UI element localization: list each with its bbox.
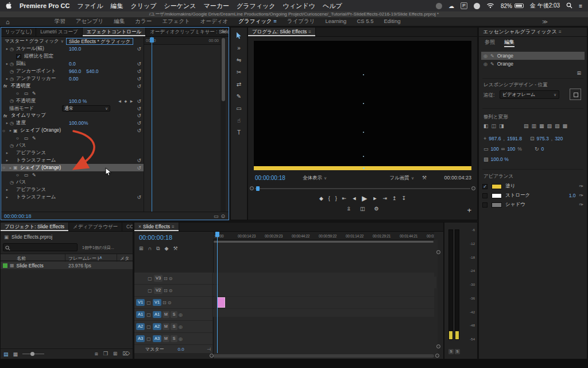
- chevron-icon[interactable]: ▸: [5, 151, 10, 155]
- panel-tab[interactable]: エフェクトコントロール: [83, 28, 146, 36]
- appearance-row[interactable]: ✓塗り✑: [479, 182, 587, 191]
- apple-menu-icon[interactable]: [6, 2, 12, 10]
- pen-mask-icon[interactable]: ✎: [32, 136, 40, 141]
- stroke-width-value[interactable]: 1.0: [569, 193, 576, 198]
- reset-icon[interactable]: ↺: [137, 61, 141, 67]
- track-target[interactable]: A1: [153, 311, 161, 318]
- timeline-hscrollbar[interactable]: [213, 354, 434, 358]
- mark-out-icon[interactable]: }: [335, 195, 337, 201]
- stopwatch-icon[interactable]: ◷: [10, 180, 16, 185]
- source-patch[interactable]: A3: [136, 335, 145, 342]
- eyedropper-icon[interactable]: ✑: [579, 183, 583, 189]
- zoom-handle-left[interactable]: [250, 186, 254, 190]
- comparison-view-icon[interactable]: ◫: [360, 206, 365, 212]
- sync-lock-icon[interactable]: ⊡: [163, 300, 167, 305]
- property-value[interactable]: 960.0: [69, 68, 81, 74]
- extract-icon[interactable]: ↧: [402, 195, 407, 201]
- chevron-icon[interactable]: ▸: [5, 62, 10, 66]
- effect-row[interactable]: ○▭✎: [1, 135, 144, 142]
- scrubber-playhead[interactable]: [256, 186, 260, 191]
- reset-icon[interactable]: ↺: [137, 83, 141, 89]
- stopwatch-icon[interactable]: ◷: [10, 69, 16, 74]
- step-forward-icon[interactable]: ►: [373, 195, 378, 201]
- ellipse-mask-icon[interactable]: ○: [16, 136, 24, 141]
- spotlight-icon[interactable]: [566, 2, 572, 10]
- notification-center-icon[interactable]: ≡: [579, 3, 582, 9]
- eyedropper-icon[interactable]: ✑: [579, 193, 583, 198]
- panel-tab[interactable]: メディアブラウザー: [69, 223, 122, 231]
- workspace-tab[interactable]: エフェクト: [162, 18, 190, 25]
- menubar-item[interactable]: グラフィック: [237, 2, 276, 10]
- graphics-layer-row[interactable]: ◎✎Orange: [481, 60, 585, 68]
- panel-menu-icon[interactable]: ≡: [308, 29, 311, 34]
- eyedropper-icon[interactable]: ✑: [579, 202, 583, 208]
- property-value[interactable]: 100.0 %: [69, 98, 87, 104]
- panel-tab[interactable]: CC ラ: [122, 223, 133, 231]
- panel-menu-icon[interactable]: ≡: [172, 224, 175, 229]
- workspace-menu-icon[interactable]: ≡: [272, 18, 277, 24]
- checkbox[interactable]: ✓: [482, 184, 488, 189]
- record-mic-icon[interactable]: ◎: [179, 336, 183, 342]
- timeline-zoom-bar[interactable]: [214, 241, 434, 243]
- stopwatch-icon[interactable]: ◷: [10, 76, 16, 82]
- reset-icon[interactable]: ↺: [137, 194, 141, 200]
- snap-icon[interactable]: ∩: [148, 246, 152, 252]
- sync-lock-icon[interactable]: ⊡: [164, 288, 168, 293]
- program-scrubber[interactable]: [255, 188, 470, 189]
- menubar-item[interactable]: ウィンドウ: [283, 2, 315, 10]
- selection-tool-icon[interactable]: [231, 30, 247, 42]
- effect-row[interactable]: ▸アピアランス: [1, 186, 144, 194]
- column-meta[interactable]: メタ: [120, 255, 129, 262]
- program-timecode[interactable]: 00:00:00:18: [255, 175, 285, 181]
- master-track-lane[interactable]: [213, 309, 434, 317]
- workspace-tab[interactable]: Editing: [384, 18, 400, 25]
- chevron-icon[interactable]: ▸: [5, 76, 10, 81]
- menubar-item[interactable]: ヘルプ: [323, 2, 342, 10]
- mark-in-icon[interactable]: {: [328, 195, 330, 201]
- effect-row[interactable]: 描画モード通常∨↺: [1, 105, 144, 112]
- project-search-input[interactable]: [3, 243, 78, 251]
- vscroll-handle-bottom[interactable]: [436, 344, 440, 348]
- add-marker-icon[interactable]: ◆: [319, 195, 323, 201]
- stopwatch-icon[interactable]: ◷: [10, 62, 16, 67]
- scale-x[interactable]: 100: [491, 146, 499, 152]
- add-marker-icon[interactable]: ◆: [164, 246, 168, 252]
- ellipse-mask-icon[interactable]: ○: [16, 91, 24, 96]
- workspace-tab[interactable]: Learning: [325, 18, 346, 25]
- go-to-out-icon[interactable]: ⇥: [382, 195, 387, 201]
- video-track-header[interactable]: V1▢V1⊡⊙: [134, 297, 212, 308]
- align-bottom-icon[interactable]: ▦: [539, 123, 544, 129]
- rotation-value[interactable]: 0: [541, 146, 544, 152]
- zoom-level-select[interactable]: 全体表示∨: [303, 175, 327, 182]
- video-track-header[interactable]: ▢V2⊡⊙: [134, 285, 212, 296]
- anchor-y[interactable]: 320: [555, 136, 563, 141]
- reset-icon[interactable]: ↺: [137, 76, 141, 82]
- align-align-center-horizontal-icon[interactable]: ◫: [492, 123, 497, 129]
- workspace-tab[interactable]: グラフィック ≡: [238, 18, 277, 25]
- new-bin-icon[interactable]: ❒: [103, 351, 108, 357]
- link-icon[interactable]: ∞: [501, 146, 505, 152]
- timeline-tab[interactable]: ×Slide Effects≡: [134, 223, 179, 231]
- track-lock-icon[interactable]: ▢: [146, 312, 152, 317]
- align-align-left-icon[interactable]: ◧: [483, 123, 489, 129]
- menubar-item[interactable]: クリップ: [130, 2, 156, 10]
- workspace-tab[interactable]: オーディオ: [200, 18, 228, 25]
- audio-track-lane[interactable]: [213, 297, 434, 308]
- timeline-settings-icon[interactable]: ⚒: [173, 246, 177, 252]
- pen-mask-icon[interactable]: ✎: [32, 172, 40, 178]
- razor-tool-icon[interactable]: ✂: [231, 66, 247, 78]
- track-target[interactable]: A3: [153, 335, 161, 342]
- rect-mask-icon[interactable]: ▭: [24, 172, 32, 178]
- effect-row[interactable]: ▸◷スケール(幅)100.0↺: [1, 45, 144, 53]
- mute-button[interactable]: M: [163, 311, 169, 318]
- follow-select[interactable]: ビデオフレーム∨: [500, 90, 559, 99]
- program-monitor-tab[interactable]: プログラム: Slide Effects≡: [248, 28, 316, 36]
- timeline-ruler[interactable]: :00:0000:00:14:2300:00:29:2300:00:44:220…: [213, 232, 434, 240]
- app-menu-title[interactable]: Premiere Pro CC: [20, 2, 69, 9]
- pin-to-widget[interactable]: [570, 89, 581, 100]
- hscroll-handle-left[interactable]: [210, 354, 214, 358]
- color-swatch[interactable]: [492, 202, 502, 208]
- project-list-header[interactable]: 名前 フレームレート ∧ メタ: [1, 254, 133, 261]
- reset-icon[interactable]: ↺: [137, 113, 141, 118]
- reset-icon[interactable]: ↺: [137, 120, 141, 126]
